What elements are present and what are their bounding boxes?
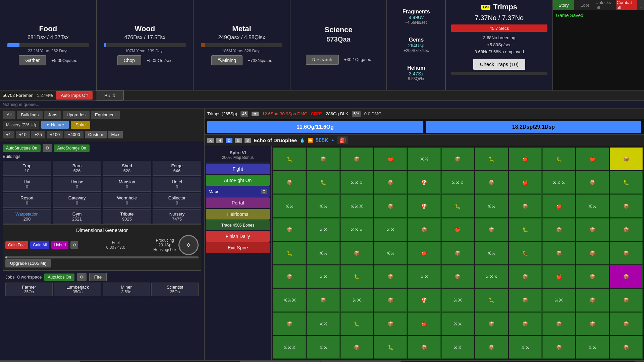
gc-3-1[interactable]: ⚔⚔: [307, 218, 339, 241]
tab-story[interactable]: Story: [553, 0, 574, 10]
gc-5-0[interactable]: 📦: [273, 265, 306, 288]
gain-fuel-button[interactable]: Gain Fuel: [5, 241, 28, 249]
gc-7-4[interactable]: 🍎: [408, 312, 440, 335]
building-forge[interactable]: Forge 646: [153, 161, 201, 176]
gc-5-4[interactable]: ⚔⚔: [408, 265, 440, 288]
gc-5-8[interactable]: 🍎: [542, 265, 575, 288]
gc-4-8[interactable]: 📦: [542, 242, 575, 264]
gc-2-8[interactable]: 🍎: [542, 194, 575, 217]
building-mansion[interactable]: Mansion 0: [103, 177, 151, 192]
gc-5-1[interactable]: ⚔⚔: [307, 265, 339, 288]
building-tribute[interactable]: Tribute 9025: [103, 209, 151, 224]
gc-4-3[interactable]: ⚔⚔: [374, 242, 407, 264]
gc-8-5[interactable]: ⚔⚔: [441, 336, 474, 359]
achieves-tab[interactable]: Achieves: [321, 361, 401, 362]
import-tab[interactable]: Import: [160, 361, 240, 362]
gc-2-9[interactable]: ⚔⚔: [576, 194, 609, 217]
gc-5-2[interactable]: 🐛: [340, 265, 373, 288]
gc-1-5[interactable]: ⚔⚔⚔: [441, 171, 474, 194]
gc-0-6[interactable]: 🐛: [475, 147, 508, 170]
spire-button[interactable]: Spire: [71, 121, 90, 129]
gc-6-5[interactable]: ⚔⚔: [441, 289, 474, 311]
gc-0-5[interactable]: 📦: [441, 147, 474, 170]
gc-3-4[interactable]: 📦: [408, 218, 440, 241]
gc-1-4[interactable]: 🍄: [408, 171, 440, 194]
filter-buildings[interactable]: Buildings: [17, 111, 43, 119]
filter-upgrades[interactable]: Upgrades: [63, 111, 90, 119]
settings-tab[interactable]: Settings: [401, 361, 481, 362]
amount-10[interactable]: +10: [16, 131, 30, 138]
inventory-button[interactable]: 🎒: [337, 136, 348, 144]
gc-0-7[interactable]: 🍎: [509, 147, 542, 170]
gc-2-0[interactable]: ⚔⚔: [273, 194, 306, 217]
gc-8-10[interactable]: 📦: [610, 336, 643, 359]
gc-3-9[interactable]: 📦: [576, 218, 609, 241]
gc-7-8[interactable]: 📦: [542, 312, 575, 335]
gc-8-6[interactable]: 📦: [475, 336, 508, 359]
gc-3-0[interactable]: 📦: [273, 218, 306, 241]
gc-7-0[interactable]: 📦: [273, 312, 306, 335]
building-barn[interactable]: Barn 626: [53, 161, 101, 176]
gc-1-0[interactable]: 📦: [273, 171, 306, 194]
s-button[interactable]: S: [245, 138, 251, 143]
gc-2-1[interactable]: ⚔⚔: [307, 194, 339, 217]
gc-1-7[interactable]: 🍎: [509, 171, 542, 194]
building-shed[interactable]: Shed 628: [103, 161, 151, 176]
gc-6-2[interactable]: ⚔⚔: [340, 289, 373, 311]
nature-button[interactable]: ✦ Nature: [41, 121, 69, 129]
gc-3-3[interactable]: ⚔⚔: [374, 218, 407, 241]
gc-1-10[interactable]: 🐛: [610, 171, 643, 194]
gc-5-7[interactable]: 📦: [509, 265, 542, 288]
gc-1-1[interactable]: 🐛: [307, 171, 339, 194]
gc-1-6[interactable]: 📦: [475, 171, 508, 194]
save-tab[interactable]: Save (AutoSaving): [0, 361, 80, 362]
amount-25[interactable]: +25: [31, 131, 45, 138]
building-hotel[interactable]: Hotel 0: [153, 177, 201, 192]
building-resort[interactable]: Resort 0: [3, 193, 51, 208]
gc-8-2[interactable]: 📦: [340, 336, 373, 359]
autojobs-button[interactable]: AutoJobs On: [44, 274, 74, 281]
building-gym[interactable]: Gym 2621: [53, 209, 101, 224]
build-button[interactable]: Build: [96, 90, 124, 101]
b-button[interactable]: B: [235, 138, 241, 143]
gc-5-10[interactable]: 📦: [610, 265, 643, 288]
gc-1-8[interactable]: ⚔⚔⚔: [542, 171, 575, 194]
gc-4-0[interactable]: 🐛: [273, 242, 306, 264]
filter-equipment[interactable]: Equipment: [91, 111, 120, 119]
job-miner[interactable]: Miner 3.59e: [103, 283, 150, 296]
autotraps-button[interactable]: AutoTraps Off: [56, 91, 92, 100]
gc-6-0[interactable]: ⚔⚔⚔: [273, 289, 306, 311]
building-trap[interactable]: Trap 10: [3, 161, 51, 176]
building-hut[interactable]: Hut 0: [3, 177, 51, 192]
tab-loot[interactable]: Loot: [574, 0, 595, 10]
job-lumberjack[interactable]: Lumberjack 35Oo: [54, 283, 101, 296]
gc-7-5[interactable]: ⚔⚔: [441, 312, 474, 335]
gc-6-9[interactable]: 📦: [576, 289, 609, 311]
export-tab[interactable]: Export: [80, 361, 160, 362]
gc-2-4[interactable]: 🍄: [408, 194, 440, 217]
gc-6-7[interactable]: 📦: [509, 289, 542, 311]
gc-0-10[interactable]: 📦: [610, 147, 643, 170]
filter-jobs[interactable]: Jobs: [44, 111, 61, 119]
gc-2-2[interactable]: ⚔⚔⚔: [340, 194, 373, 217]
tab-unlocks[interactable]: Unlocks off: [595, 0, 616, 10]
gc-4-6[interactable]: ⚔⚔: [475, 242, 508, 264]
d-button[interactable]: D: [226, 138, 232, 143]
fire-button[interactable]: Fire: [89, 273, 107, 281]
job-scientist[interactable]: Scientist 25Oo: [151, 283, 199, 296]
gc-3-5[interactable]: 🍎: [441, 218, 474, 241]
gc-7-6[interactable]: 📦: [475, 312, 508, 335]
gain-mi-button[interactable]: Gain Mi: [30, 241, 49, 249]
heirlooms-button[interactable]: Heirlooms: [206, 209, 270, 220]
gc-3-8[interactable]: 📦: [542, 218, 575, 241]
amount-100[interactable]: +100: [47, 131, 63, 138]
view-perks-tab[interactable]: View Perks: [481, 361, 561, 362]
gc-8-1[interactable]: ⚔⚔: [307, 336, 339, 359]
gc-8-9[interactable]: ⚔⚔: [576, 336, 609, 359]
minimize-story-button[interactable]: _: [638, 0, 644, 10]
gc-4-4[interactable]: 🍎: [408, 242, 440, 264]
building-collector[interactable]: Collector 0: [153, 193, 201, 208]
autofight-button[interactable]: AutoFight On: [206, 175, 270, 186]
gc-4-9[interactable]: 📦: [576, 242, 609, 264]
gc-1-2[interactable]: ⚔⚔⚔: [340, 171, 373, 194]
